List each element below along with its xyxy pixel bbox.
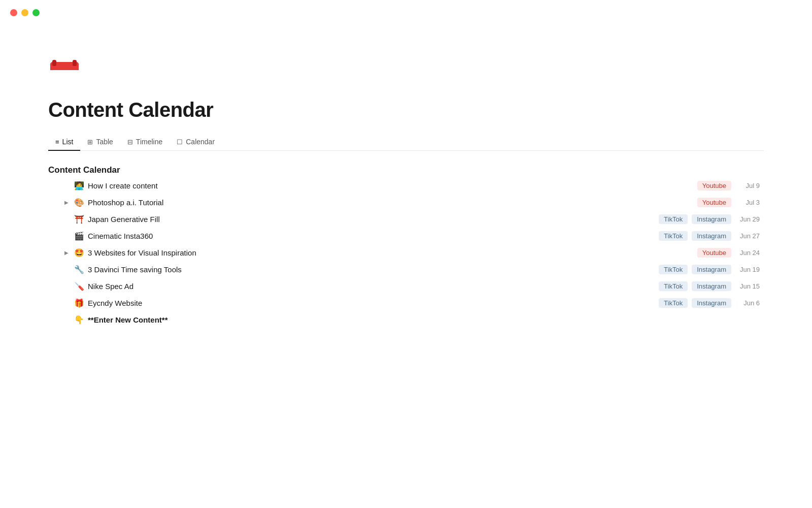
list-item-left: 👇 **Enter New Content** — [62, 315, 735, 325]
item-title: Japan Generative Fill — [88, 215, 160, 224]
svg-rect-3 — [52, 60, 56, 66]
item-emoji: 👇 — [74, 315, 85, 325]
list-item[interactable]: ⛩️ Japan Generative Fill TikTok Instagra… — [48, 211, 764, 228]
page-title: Content Calendar — [48, 99, 764, 121]
expand-arrow[interactable]: ▶ — [62, 200, 71, 205]
item-emoji: 🎁 — [74, 298, 85, 308]
list-item-left: ▶ 🎨 Photoshop a.i. Tutorial — [62, 198, 697, 207]
svg-rect-4 — [73, 60, 77, 66]
tag-tiktok: TikTok — [659, 298, 688, 308]
item-date: Jun 6 — [735, 299, 760, 307]
tab-calendar-label: Calendar — [186, 138, 215, 146]
item-title: 3 Websites for Visual Inspiration — [88, 248, 196, 257]
list-item-left: ⛩️ Japan Generative Fill — [62, 214, 659, 224]
item-title: **Enter New Content** — [88, 315, 168, 324]
list-item[interactable]: 🎁 Eycndy Website TikTok Instagram Jun 6 — [48, 295, 764, 311]
svg-rect-2 — [50, 66, 79, 70]
table-tab-icon: ⊞ — [87, 138, 93, 146]
calendar-tab-icon: ☐ — [177, 138, 183, 146]
tag-instagram: Instagram — [692, 214, 731, 224]
list-item-left: 🧑‍💻 How I create content — [62, 181, 697, 190]
list-item-right: TikTok Instagram Jun 19 — [659, 265, 764, 274]
list-item-right: TikTok Instagram Jun 29 — [659, 214, 764, 224]
item-title: Nike Spec Ad — [88, 282, 133, 291]
item-date: Jun 27 — [735, 232, 760, 240]
list-item-right: Youtube Jun 24 — [697, 248, 764, 258]
item-date: Jul 9 — [735, 182, 760, 189]
list-item[interactable]: 🪛 Nike Spec Ad TikTok Instagram Jun 15 — [48, 278, 764, 295]
tab-timeline[interactable]: ⊟ Timeline — [120, 134, 170, 151]
page-icon — [48, 56, 764, 90]
list-item-left: 🔧 3 Davinci Time saving Tools — [62, 265, 659, 274]
maximize-button[interactable] — [32, 9, 40, 16]
tab-table[interactable]: ⊞ Table — [80, 134, 120, 151]
close-button[interactable] — [10, 9, 17, 16]
list-item-new-content[interactable]: 👇 **Enter New Content** — [48, 311, 764, 328]
section-heading: Content Calendar — [48, 165, 764, 175]
tag-youtube: Youtube — [697, 181, 731, 190]
tab-timeline-label: Timeline — [136, 138, 162, 146]
list-item-right: TikTok Instagram Jun 27 — [659, 231, 764, 241]
list-item-left: 🪛 Nike Spec Ad — [62, 281, 659, 291]
item-title: How I create content — [88, 181, 158, 190]
list-item[interactable]: ▶ 🎨 Photoshop a.i. Tutorial Youtube Jul … — [48, 194, 764, 211]
item-emoji: 🤩 — [74, 248, 85, 258]
tag-instagram: Instagram — [692, 265, 731, 274]
content-list: 🧑‍💻 How I create content Youtube Jul 9 ▶… — [48, 177, 764, 328]
tag-tiktok: TikTok — [659, 265, 688, 274]
timeline-tab-icon: ⊟ — [127, 138, 133, 146]
window-chrome — [0, 0, 812, 25]
list-item[interactable]: 🎬 Cinematic Insta360 TikTok Instagram Ju… — [48, 228, 764, 244]
list-item[interactable]: 🧑‍💻 How I create content Youtube Jul 9 — [48, 177, 764, 194]
list-tab-icon: ≡ — [55, 138, 59, 146]
main-content: Content Calendar ≡ List ⊞ Table ⊟ Timeli… — [0, 56, 812, 328]
list-item-left: ▶ 🤩 3 Websites for Visual Inspiration — [62, 248, 697, 258]
item-title: Eycndy Website — [88, 299, 142, 307]
item-title: 3 Davinci Time saving Tools — [88, 265, 182, 274]
item-emoji: 🧑‍💻 — [74, 181, 85, 190]
list-item-right: TikTok Instagram Jun 6 — [659, 298, 764, 308]
list-item[interactable]: 🔧 3 Davinci Time saving Tools TikTok Ins… — [48, 261, 764, 278]
tag-youtube: Youtube — [697, 198, 731, 207]
tag-tiktok: TikTok — [659, 281, 688, 291]
tag-instagram: Instagram — [692, 231, 731, 241]
list-item-left: 🎁 Eycndy Website — [62, 298, 659, 308]
item-date: Jun 24 — [735, 249, 760, 257]
minimize-button[interactable] — [21, 9, 28, 16]
list-item-right: Youtube Jul 3 — [697, 198, 764, 207]
tag-instagram: Instagram — [692, 281, 731, 291]
list-item-right: Youtube Jul 9 — [697, 181, 764, 190]
tag-tiktok: TikTok — [659, 214, 688, 224]
item-emoji: 🔧 — [74, 265, 85, 274]
item-emoji: 🪛 — [74, 281, 85, 291]
item-emoji: ⛩️ — [74, 214, 85, 224]
list-item-left: 🎬 Cinematic Insta360 — [62, 231, 659, 241]
tag-instagram: Instagram — [692, 298, 731, 308]
expand-arrow[interactable]: ▶ — [62, 250, 71, 256]
item-date: Jun 15 — [735, 282, 760, 290]
item-emoji: 🎨 — [74, 198, 85, 207]
item-title: Cinematic Insta360 — [88, 232, 153, 240]
tag-youtube: Youtube — [697, 248, 731, 258]
item-emoji: 🎬 — [74, 231, 85, 241]
tag-tiktok: TikTok — [659, 231, 688, 241]
tab-list-label: List — [62, 138, 74, 146]
item-date: Jun 29 — [735, 215, 760, 223]
calendar-icon — [48, 56, 81, 88]
item-date: Jul 3 — [735, 199, 760, 206]
item-title: Photoshop a.i. Tutorial — [88, 198, 163, 207]
view-tabs: ≡ List ⊞ Table ⊟ Timeline ☐ Calendar — [48, 134, 764, 151]
tab-calendar[interactable]: ☐ Calendar — [170, 134, 222, 151]
list-item[interactable]: ▶ 🤩 3 Websites for Visual Inspiration Yo… — [48, 244, 764, 261]
list-item-right: TikTok Instagram Jun 15 — [659, 281, 764, 291]
tab-list[interactable]: ≡ List — [48, 134, 80, 151]
item-date: Jun 19 — [735, 266, 760, 273]
tab-table-label: Table — [96, 138, 113, 146]
